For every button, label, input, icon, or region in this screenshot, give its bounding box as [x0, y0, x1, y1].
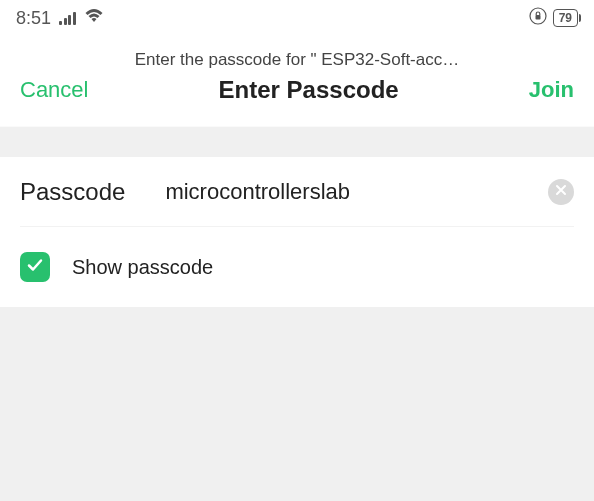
clear-button[interactable] — [548, 179, 574, 205]
lock-icon — [529, 7, 547, 29]
battery-level: 79 — [559, 11, 572, 25]
signal-icon — [59, 11, 76, 25]
status-right: 79 — [529, 7, 578, 29]
svg-rect-1 — [535, 15, 540, 20]
status-time: 8:51 — [16, 8, 51, 29]
show-passcode-row: Show passcode — [20, 227, 574, 307]
show-passcode-label: Show passcode — [72, 256, 213, 279]
separator-gap — [0, 127, 594, 157]
header: Enter the passcode for " ESP32-Soft-acc…… — [0, 36, 594, 127]
bottom-area — [0, 307, 594, 491]
status-bar: 8:51 79 — [0, 0, 594, 36]
page-title: Enter Passcode — [219, 76, 399, 104]
header-subtitle: Enter the passcode for " ESP32-Soft-acc… — [20, 50, 574, 70]
wifi-icon — [84, 8, 104, 29]
join-button[interactable]: Join — [529, 77, 574, 103]
status-left: 8:51 — [16, 8, 104, 29]
passcode-row: Passcode — [20, 157, 574, 227]
close-icon — [555, 184, 567, 199]
passcode-label: Passcode — [20, 178, 125, 206]
header-row: Cancel Enter Passcode Join — [20, 76, 574, 104]
show-passcode-checkbox[interactable] — [20, 252, 50, 282]
battery-icon: 79 — [553, 9, 578, 27]
checkmark-icon — [26, 256, 44, 278]
form-section: Passcode Show passcode — [0, 157, 594, 307]
cancel-button[interactable]: Cancel — [20, 77, 88, 103]
passcode-input[interactable] — [165, 179, 508, 205]
